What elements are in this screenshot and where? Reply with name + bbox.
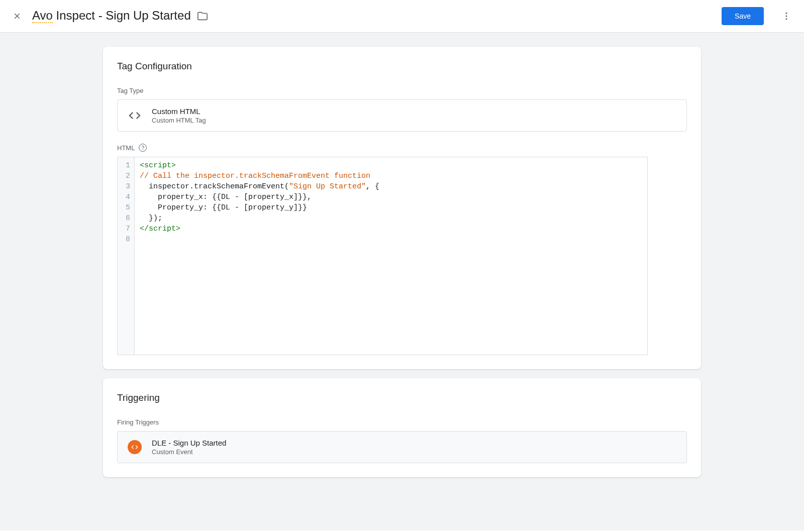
help-icon[interactable]: ?	[139, 144, 147, 152]
title-wrap: Avo Inspect - Sign Up Started	[32, 9, 713, 24]
header: Avo Inspect - Sign Up Started Save	[0, 0, 804, 33]
tag-type-sub: Custom HTML Tag	[152, 117, 206, 124]
html-editor[interactable]: 12345678 <script>// Call the inspector.t…	[117, 157, 648, 355]
trigger-sub: Custom Event	[152, 448, 226, 456]
more-vert-icon[interactable]	[780, 10, 793, 23]
editor-code[interactable]: <script>// Call the inspector.trackSchem…	[135, 157, 384, 355]
trigger-name: DLE - Sign Up Started	[152, 439, 226, 447]
tag-config-title: Tag Configuration	[117, 61, 687, 72]
close-icon[interactable]	[11, 10, 23, 22]
html-label: HTML ?	[117, 144, 687, 152]
tag-type-selector[interactable]: Custom HTML Custom HTML Tag	[117, 99, 687, 132]
page-body: Tag Configuration Tag Type Custom HTML C…	[0, 33, 804, 530]
page-title[interactable]: Avo Inspect - Sign Up Started	[32, 9, 191, 24]
title-rest: Inspect - Sign Up Started	[53, 9, 191, 22]
svg-point-0	[786, 13, 787, 14]
tag-configuration-card: Tag Configuration Tag Type Custom HTML C…	[103, 47, 701, 369]
firing-triggers-label: Firing Triggers	[117, 418, 687, 426]
svg-point-1	[786, 16, 787, 17]
html-label-text: HTML	[117, 144, 135, 152]
tag-type-name: Custom HTML	[152, 107, 206, 116]
editor-gutter: 12345678	[118, 157, 135, 355]
triggering-card: Triggering Firing Triggers DLE - Sign Up…	[103, 378, 701, 477]
save-button[interactable]: Save	[722, 7, 764, 25]
tag-type-text: Custom HTML Custom HTML Tag	[152, 107, 206, 124]
title-underlined: Avo	[32, 9, 53, 23]
tag-type-label: Tag Type	[117, 87, 687, 94]
svg-point-2	[786, 18, 787, 20]
folder-icon[interactable]	[197, 11, 208, 22]
firing-trigger-row[interactable]: DLE - Sign Up Started Custom Event	[117, 431, 687, 463]
code-icon	[128, 109, 142, 123]
triggering-title: Triggering	[117, 392, 687, 403]
trigger-code-icon	[128, 440, 142, 454]
trigger-text: DLE - Sign Up Started Custom Event	[152, 439, 226, 456]
